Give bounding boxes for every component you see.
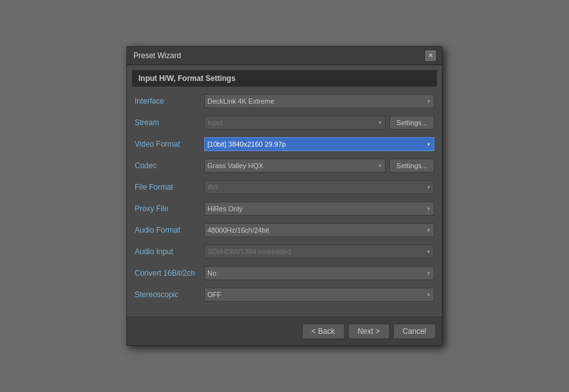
dropdown-wrapper-audio_input: SDI/HDMI/1394 embedded	[204, 245, 434, 259]
control-convert: No	[204, 266, 434, 280]
dropdown-video_format[interactable]: [10bit] 3840x2160 29.97p	[204, 137, 434, 151]
control-audio_input: SDI/HDMI/1394 embedded	[204, 245, 434, 259]
dropdown-proxy_file[interactable]: HiRes Only	[204, 202, 434, 216]
row-file_format: File FormatAVI	[135, 179, 434, 195]
row-convert: Convert 16Bit/2chNo	[135, 265, 434, 281]
control-stereoscopic: OFF	[204, 288, 434, 302]
label-proxy_file: Proxy File	[135, 204, 204, 213]
dropdown-interface[interactable]: DeckLink 4K Extreme	[204, 94, 434, 108]
control-proxy_file: HiRes Only	[204, 202, 434, 216]
dialog-footer: < Back Next > Cancel	[127, 317, 442, 345]
dropdown-convert[interactable]: No	[204, 266, 434, 280]
row-codec: CodecGrass Valley HQXSettings...	[135, 157, 434, 174]
label-stream: Stream	[135, 118, 204, 127]
row-proxy_file: Proxy FileHiRes Only	[135, 200, 434, 217]
row-interface: InterfaceDeckLink 4K Extreme	[135, 93, 434, 109]
control-interface: DeckLink 4K Extreme	[204, 94, 434, 108]
row-audio_format: Audio Format48000Hz/16ch/24bit	[135, 222, 434, 238]
control-video_format: [10bit] 3840x2160 29.97p	[204, 137, 434, 151]
dropdown-wrapper-file_format: AVI	[204, 180, 434, 194]
control-file_format: AVI	[204, 180, 434, 194]
dropdown-wrapper-audio_format: 48000Hz/16ch/24bit	[204, 223, 434, 237]
dropdown-stream: Input	[204, 116, 386, 130]
label-audio_format: Audio Format	[135, 226, 204, 235]
control-codec: Grass Valley HQXSettings...	[204, 159, 434, 173]
dropdown-stereoscopic[interactable]: OFF	[204, 288, 434, 302]
dropdown-file_format: AVI	[204, 180, 434, 194]
dropdown-wrapper-video_format: [10bit] 3840x2160 29.97p	[204, 137, 434, 151]
row-stream: StreamInputSettings...	[135, 114, 434, 131]
control-audio_format: 48000Hz/16ch/24bit	[204, 223, 434, 237]
row-audio_input: Audio InputSDI/HDMI/1394 embedded	[135, 243, 434, 260]
dropdown-wrapper-convert: No	[204, 266, 434, 280]
row-stereoscopic: StereoscopicOFF	[135, 286, 434, 303]
dropdown-audio_format[interactable]: 48000Hz/16ch/24bit	[204, 223, 434, 237]
dropdown-wrapper-proxy_file: HiRes Only	[204, 202, 434, 216]
label-file_format: File Format	[135, 183, 204, 192]
row-video_format: Video Format[10bit] 3840x2160 29.97p	[135, 136, 434, 152]
preset-wizard-dialog: Preset Wizard ✕ Input H/W, Format Settin…	[126, 46, 443, 346]
dropdown-audio_input: SDI/HDMI/1394 embedded	[204, 245, 434, 259]
label-audio_input: Audio Input	[135, 247, 204, 256]
form-content: InterfaceDeckLink 4K ExtremeStreamInputS…	[127, 89, 442, 314]
label-codec: Codec	[135, 161, 204, 170]
label-convert: Convert 16Bit/2ch	[135, 269, 204, 278]
dialog-title: Preset Wizard	[133, 51, 181, 60]
dropdown-codec[interactable]: Grass Valley HQX	[204, 159, 386, 173]
settings-button-codec[interactable]: Settings...	[389, 159, 434, 173]
next-button[interactable]: Next >	[348, 324, 389, 339]
dropdown-wrapper-codec: Grass Valley HQX	[204, 159, 386, 173]
label-interface: Interface	[135, 97, 204, 106]
cancel-button[interactable]: Cancel	[393, 324, 436, 339]
dropdown-wrapper-stereoscopic: OFF	[204, 288, 434, 302]
label-stereoscopic: Stereoscopic	[135, 290, 204, 299]
title-bar: Preset Wizard ✕	[127, 47, 442, 65]
close-button[interactable]: ✕	[425, 51, 436, 61]
back-button[interactable]: < Back	[302, 324, 345, 339]
dropdown-wrapper-interface: DeckLink 4K Extreme	[204, 94, 434, 108]
control-stream: InputSettings...	[204, 116, 434, 130]
section-header: Input H/W, Format Settings	[132, 70, 437, 87]
dropdown-wrapper-stream: Input	[204, 116, 386, 130]
settings-button-stream[interactable]: Settings...	[389, 116, 434, 130]
label-video_format: Video Format	[135, 140, 204, 149]
